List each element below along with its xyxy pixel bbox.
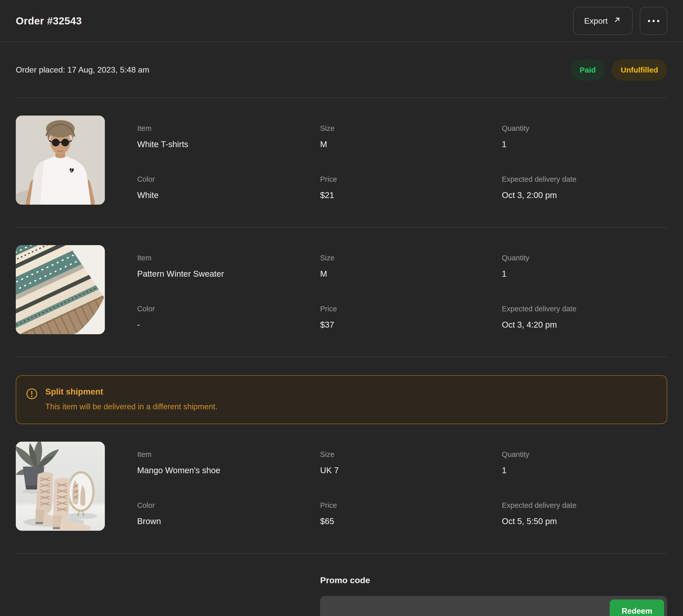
pattern-winter-sweater-photo bbox=[16, 245, 105, 334]
field-label-item: Item bbox=[137, 253, 320, 263]
field-label-quantity: Quantity bbox=[502, 253, 667, 263]
field-value-color: - bbox=[137, 319, 320, 330]
field-value-quantity: 1 bbox=[502, 139, 667, 150]
header: Order #32543 Export bbox=[0, 0, 683, 42]
unfulfilled-badge-label: Unfulfilled bbox=[621, 66, 658, 74]
field-value-item: Mango Women's shoe bbox=[137, 465, 320, 476]
field-label-size: Size bbox=[320, 124, 502, 133]
field-value-price: $21 bbox=[320, 190, 502, 201]
product-row-pattern-winter-sweater: Item Pattern Winter Sweater Color - Size… bbox=[0, 227, 683, 357]
field-value-size: UK 7 bbox=[320, 465, 502, 476]
field-label-price: Price bbox=[320, 304, 502, 314]
page-title: Order #32543 bbox=[16, 15, 82, 27]
field-label-color: Color bbox=[137, 304, 320, 314]
field-value-item: Pattern Winter Sweater bbox=[137, 268, 320, 280]
promo-heading: Promo code bbox=[320, 575, 667, 585]
paid-badge: Paid bbox=[571, 59, 605, 81]
promo-section: Promo code Redeem bbox=[0, 575, 683, 616]
product-row-mango-womens-shoe: Item Mango Women's shoe Color Brown Size… bbox=[0, 424, 683, 553]
order-placed-text: Order placed: 17 Aug, 2023, 5:48 am bbox=[16, 65, 150, 74]
promo-code-input-wrapper: Redeem bbox=[320, 596, 667, 616]
alert-message: This item will be delivered in a differe… bbox=[45, 402, 218, 411]
status-badges: Paid Unfulfilled bbox=[571, 59, 667, 81]
field-value-price: $37 bbox=[320, 319, 502, 330]
field-value-delivery: Oct 5, 5:50 pm bbox=[502, 516, 667, 527]
field-label-price: Price bbox=[320, 501, 502, 510]
field-value-item: White T-shirts bbox=[137, 139, 320, 150]
field-label-item: Item bbox=[137, 449, 320, 459]
ellipsis-icon bbox=[648, 20, 650, 22]
field-label-delivery: Expected delivery date bbox=[502, 174, 667, 184]
field-value-color: Brown bbox=[137, 516, 320, 527]
field-value-size: M bbox=[320, 268, 502, 280]
product-row-white-tshirts: Item White T-shirts Color White Size M P… bbox=[0, 98, 683, 227]
divider bbox=[16, 357, 667, 357]
field-label-item: Item bbox=[137, 124, 320, 133]
field-value-delivery: Oct 3, 4:20 pm bbox=[502, 319, 667, 330]
field-value-price: $65 bbox=[320, 516, 502, 527]
more-options-button[interactable] bbox=[640, 7, 667, 35]
field-label-color: Color bbox=[137, 174, 320, 184]
header-actions: Export bbox=[573, 7, 667, 35]
alert-title: Split shipment bbox=[45, 387, 218, 397]
field-label-delivery: Expected delivery date bbox=[502, 501, 667, 510]
paid-badge-label: Paid bbox=[580, 66, 596, 74]
field-label-price: Price bbox=[320, 174, 502, 184]
order-detail-page: { "header": { "title": "Order #32543", "… bbox=[0, 0, 683, 616]
alert-circle-icon bbox=[26, 388, 38, 400]
redeem-button-label: Redeem bbox=[622, 607, 653, 616]
divider bbox=[16, 553, 667, 554]
field-label-quantity: Quantity bbox=[502, 449, 667, 459]
field-label-color: Color bbox=[137, 501, 320, 510]
export-button[interactable]: Export bbox=[573, 7, 633, 35]
field-label-size: Size bbox=[320, 253, 502, 263]
field-label-delivery: Expected delivery date bbox=[502, 304, 667, 314]
export-button-label: Export bbox=[584, 16, 608, 26]
arrow-up-right-icon bbox=[613, 16, 621, 26]
mango-womens-shoe-photo bbox=[16, 442, 105, 531]
redeem-button[interactable]: Redeem bbox=[610, 599, 664, 616]
split-shipment-alert: Split shipment This item will be deliver… bbox=[16, 375, 667, 424]
unfulfilled-badge: Unfulfilled bbox=[612, 59, 667, 81]
field-value-quantity: 1 bbox=[502, 465, 667, 476]
field-value-color: White bbox=[137, 190, 320, 201]
field-value-size: M bbox=[320, 139, 502, 150]
order-meta: Order placed: 17 Aug, 2023, 5:48 am Paid… bbox=[0, 42, 683, 97]
field-label-size: Size bbox=[320, 449, 502, 459]
field-value-delivery: Oct 3, 2:00 pm bbox=[502, 190, 667, 201]
field-label-quantity: Quantity bbox=[502, 124, 667, 133]
white-t-shirts-photo bbox=[16, 115, 105, 205]
field-value-quantity: 1 bbox=[502, 268, 667, 280]
